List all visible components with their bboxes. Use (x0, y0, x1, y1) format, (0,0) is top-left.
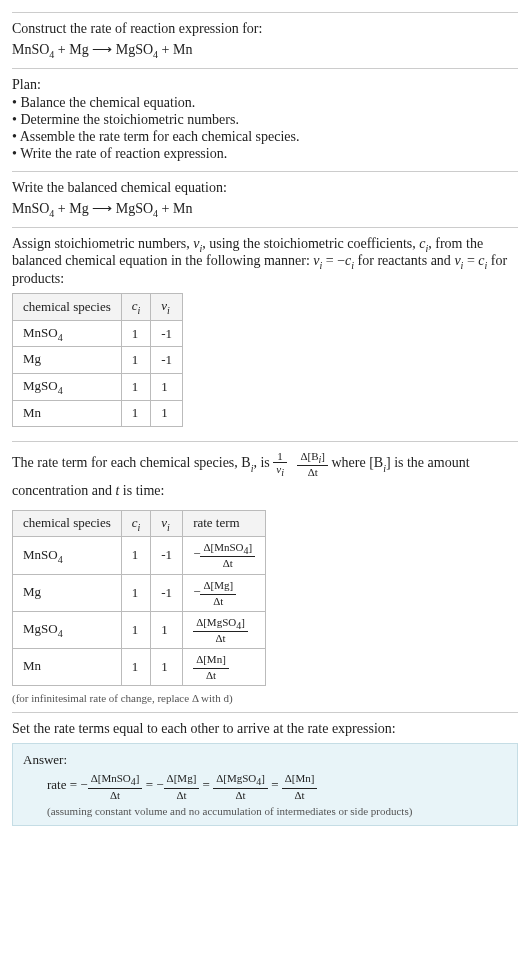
table-row: Mn 1 1 Δ[Mn]Δt (13, 649, 266, 686)
sp: Mg (23, 351, 41, 366)
rate-frac: Δ[Mn]Δt (193, 653, 229, 681)
frac-1-over-nu: 1 νi (273, 450, 287, 478)
cell-rate: Δ[Mn]Δt (183, 649, 266, 686)
cell-rate: −Δ[Mg]Δt (183, 574, 266, 611)
frac-4: Δ[Mn]Δt (282, 772, 318, 800)
frac-3: Δ[MgSO4]Δt (213, 772, 268, 800)
assign-a: Assign stoichiometric numbers, (12, 236, 193, 251)
n: Δ[MgSO4] (213, 772, 268, 788)
th-ci: ci (121, 294, 151, 321)
plus-1: + Mg (54, 42, 92, 57)
reaction-arrow-icon: ⟶ (92, 201, 112, 216)
nui-sub: i (167, 521, 170, 532)
na: Δ[Mn (285, 772, 311, 784)
cell-v: -1 (151, 347, 183, 374)
sign: − (193, 546, 200, 561)
nb: ] (261, 772, 265, 784)
cell-v: 1 (151, 649, 183, 686)
plan-item: • Assemble the rate term for each chemic… (12, 129, 518, 145)
b-product-1: MgSO (112, 201, 153, 216)
table-row: MnSO4 1 -1 −Δ[MnSO4]Δt (13, 537, 266, 574)
d: Δt (282, 789, 318, 801)
cell-c: 1 (121, 574, 151, 611)
d: Δt (88, 789, 143, 801)
table2-note: (for infinitesimal rate of change, repla… (12, 692, 518, 704)
cell-c: 1 (121, 347, 151, 374)
rateterm-section: The rate term for each chemical species,… (12, 441, 518, 712)
cell-v: 1 (151, 373, 183, 400)
prompt-equation: MnSO4 + Mg ⟶ MgSO4 + Mn (12, 41, 518, 60)
th-rateterm: rate term (183, 510, 266, 537)
balanced-equation: MnSO4 + Mg ⟶ MgSO4 + Mn (12, 200, 518, 219)
answer-box: Answer: rate = −Δ[MnSO4]Δt = −Δ[Mg]Δt = … (12, 743, 518, 825)
cell-c: 1 (121, 611, 151, 648)
table-row: MnSO4 1 -1 (13, 320, 183, 347)
na: Δ[Mg (167, 772, 193, 784)
num: Δ[Mn] (193, 653, 229, 669)
stoich-table: chemical species ci νi MnSO4 1 -1 Mg 1 -… (12, 293, 183, 427)
rate-frac: Δ[MgSO4]Δt (193, 616, 248, 644)
sign: − (193, 584, 200, 599)
b-plus: + Mg (54, 201, 92, 216)
table-row: Mg 1 -1 −Δ[Mg]Δt (13, 574, 266, 611)
plan-section: Plan: • Balance the chemical equation. •… (12, 68, 518, 171)
rate-eq: rate = (47, 777, 80, 792)
d: Δt (213, 789, 268, 801)
answer-expression: rate = −Δ[MnSO4]Δt = −Δ[Mg]Δt = Δ[MgSO4]… (47, 772, 507, 800)
rate-intro-text: The rate term for each chemical species,… (12, 450, 518, 503)
den-nu-sub: i (281, 467, 284, 478)
table-row: MgSO4 1 1 (13, 373, 183, 400)
cell-species: MgSO4 (13, 373, 122, 400)
na: Δ[MgSO (196, 616, 236, 628)
cell-v: -1 (151, 537, 183, 574)
num-b: ] (321, 450, 325, 462)
sp: MnSO (23, 547, 58, 562)
cell-rate: −Δ[MnSO4]Δt (183, 537, 266, 574)
answer-label: Answer: (23, 752, 507, 768)
nb: ] (230, 579, 234, 591)
table-header-row: chemical species ci νi (13, 294, 183, 321)
table-row: Mn 1 1 (13, 400, 183, 427)
sign2: − (156, 777, 163, 792)
nb: ] (193, 772, 197, 784)
ri-a: The rate term for each chemical species,… (12, 456, 251, 471)
den: Δt (193, 669, 229, 681)
th-nui: νi (151, 294, 183, 321)
cell-rate: Δ[MgSO4]Δt (183, 611, 266, 648)
b-product-2: + Mn (158, 201, 192, 216)
reaction-arrow-icon: ⟶ (92, 42, 112, 57)
cell-c: 1 (121, 320, 151, 347)
ci-sub: i (138, 521, 141, 532)
th-nui: νi (151, 510, 183, 537)
eq2: = (203, 777, 214, 792)
cell-v: -1 (151, 574, 183, 611)
cell-species: Mg (13, 347, 122, 374)
assign-section: Assign stoichiometric numbers, νi, using… (12, 227, 518, 442)
plan-item: • Determine the stoichiometric numbers. (12, 112, 518, 128)
cell-c: 1 (121, 400, 151, 427)
reactant-1: MnSO (12, 42, 49, 57)
frac-den: νi (273, 463, 287, 478)
n: Δ[Mg] (164, 772, 200, 788)
cell-c: 1 (121, 537, 151, 574)
answer-note: (assuming constant volume and no accumul… (47, 805, 507, 817)
frac-num: 1 (273, 450, 287, 463)
cell-v: 1 (151, 611, 183, 648)
nb: ] (241, 616, 245, 628)
th-species: chemical species (13, 294, 122, 321)
sp-sub: 4 (58, 628, 63, 639)
na: Δ[Mg (203, 579, 229, 591)
final-header: Set the rate terms equal to each other t… (12, 721, 518, 737)
n: Δ[MnSO4] (88, 772, 143, 788)
assign-text: Assign stoichiometric numbers, νi, using… (12, 236, 518, 288)
nb: ] (136, 772, 140, 784)
rel2-eq: = (463, 253, 478, 268)
th-ci: ci (121, 510, 151, 537)
rel1-eq: = − (322, 253, 345, 268)
frac-2: Δ[Mg]Δt (164, 772, 200, 800)
table-row: MgSO4 1 1 Δ[MgSO4]Δt (13, 611, 266, 648)
na: Δ[Mn (196, 653, 222, 665)
den: Δt (200, 557, 255, 569)
sp: MgSO (23, 621, 58, 636)
table-header-row: chemical species ci νi rate term (13, 510, 266, 537)
